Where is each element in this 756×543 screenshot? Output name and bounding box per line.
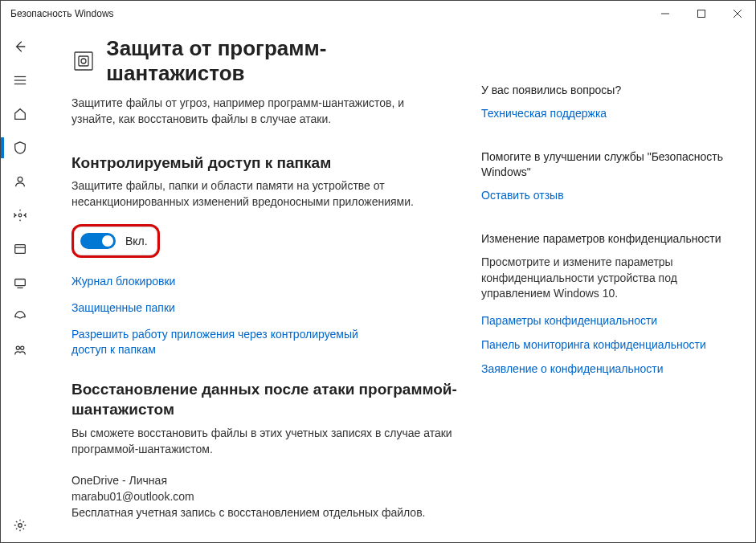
link-allow-app[interactable]: Разрешить работу приложения через контро… xyxy=(72,327,393,357)
recovery-description: Вы сможете восстановить файлы в этих уче… xyxy=(72,426,457,457)
sidebar-virus-protection[interactable] xyxy=(1,131,39,165)
sidebar-account-protection[interactable] xyxy=(1,165,39,198)
onedrive-note: Бесплатная учетная запись с восстановлен… xyxy=(72,504,457,521)
svg-point-18 xyxy=(81,59,86,63)
svg-rect-11 xyxy=(15,280,26,286)
caption-buttons xyxy=(647,1,755,27)
svg-rect-16 xyxy=(75,52,92,70)
sidebar xyxy=(1,27,39,542)
svg-point-15 xyxy=(18,524,22,528)
sidebar-family-options[interactable] xyxy=(1,333,39,367)
ransomware-icon xyxy=(72,49,95,73)
maximize-button[interactable] xyxy=(683,1,719,27)
recovery-title: Восстановление данных после атаки програ… xyxy=(72,380,457,419)
privacy-description: Просмотрите и измените параметры конфиде… xyxy=(481,255,731,302)
sidebar-firewall[interactable] xyxy=(1,198,39,232)
link-block-history[interactable]: Журнал блокировки xyxy=(72,274,393,289)
link-feedback[interactable]: Оставить отзыв xyxy=(481,188,731,202)
cfa-toggle-label: Вкл. xyxy=(125,235,148,247)
right-sidebar: У вас появились вопросы? Техническая под… xyxy=(481,36,755,542)
cfa-toggle[interactable] xyxy=(80,233,116,249)
link-privacy-settings[interactable]: Параметры конфиденциальности xyxy=(481,313,731,328)
page-description: Защитите файлы от угроз, например програ… xyxy=(72,96,433,127)
cfa-title: Контролируемый доступ к папкам xyxy=(72,154,457,172)
sidebar-device-performance[interactable] xyxy=(1,300,39,333)
titlebar: Безопасность Windows xyxy=(1,1,755,27)
menu-button[interactable] xyxy=(1,63,39,97)
svg-point-14 xyxy=(21,346,24,349)
close-button[interactable] xyxy=(719,1,755,27)
onedrive-name: OneDrive - Личная xyxy=(72,472,457,488)
onedrive-account: OneDrive - Личная marabu01@outlook.com Б… xyxy=(72,472,457,521)
page-title: Защита от программ-шантажистов xyxy=(106,36,457,86)
svg-rect-9 xyxy=(15,245,26,254)
link-privacy-statement[interactable]: Заявление о конфиденциальности xyxy=(481,361,731,376)
onedrive-email: marabu01@outlook.com xyxy=(72,488,457,504)
svg-point-7 xyxy=(18,177,22,182)
svg-rect-1 xyxy=(697,10,705,18)
sidebar-app-browser[interactable] xyxy=(1,232,39,266)
link-support[interactable]: Техническая поддержка xyxy=(481,106,731,120)
cfa-description: Защитите файлы, папки и области памяти н… xyxy=(72,178,457,210)
svg-point-8 xyxy=(18,214,22,217)
back-button[interactable] xyxy=(1,30,39,63)
main-content: Защита от программ-шантажистов Защитите … xyxy=(72,36,481,542)
cfa-toggle-highlight: Вкл. xyxy=(72,224,160,258)
minimize-button[interactable] xyxy=(647,1,683,27)
link-privacy-dashboard[interactable]: Панель мониторинга конфиденциальности xyxy=(481,337,731,352)
feedback-title: Помогите в улучшении службы "Безопасност… xyxy=(481,149,731,180)
sidebar-home[interactable] xyxy=(1,97,39,131)
link-protected-folders[interactable]: Защищенные папки xyxy=(72,300,393,316)
svg-point-13 xyxy=(16,346,19,349)
questions-title: У вас появились вопросы? xyxy=(481,83,731,98)
window-title: Безопасность Windows xyxy=(10,8,114,19)
sidebar-device-security[interactable] xyxy=(1,266,39,300)
sidebar-settings[interactable] xyxy=(1,508,39,542)
svg-rect-17 xyxy=(79,56,88,66)
privacy-title: Изменение параметров конфиденциальности xyxy=(481,231,731,247)
